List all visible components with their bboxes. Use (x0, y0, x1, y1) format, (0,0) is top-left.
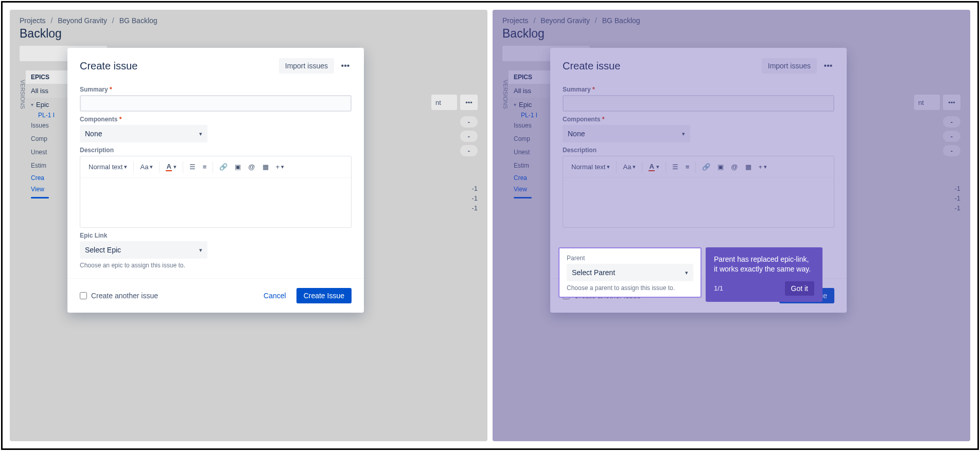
panel-before: Projects / Beyond Gravity / BG Backlog B… (10, 10, 487, 441)
strip-pill: - (943, 145, 960, 156)
epic-link-helper: Choose an epic to assign this issue to. (80, 262, 352, 269)
summary-label: Summary * (80, 86, 352, 93)
chevron-down-icon: ▾ (199, 247, 202, 254)
editor-toolbar: Normal text ▾ Aa▾ A▾ ☰ ≡ 🔗 ▣ @ ▦ + ▾ (80, 156, 351, 178)
table-icon[interactable]: ▦ (742, 161, 755, 173)
chevron-down-icon: ▾ (199, 131, 202, 137)
more-options-icon[interactable]: ••• (339, 60, 352, 72)
breadcrumb-project[interactable]: Beyond Gravity (540, 16, 590, 25)
right-strip: nt ••• - - - -1 -1 -1 (914, 95, 960, 214)
components-label: Components * (563, 116, 834, 123)
strip-id: -1 (431, 204, 478, 212)
text-color-button[interactable]: A▾ (645, 160, 662, 173)
strip-id: -1 (431, 185, 478, 192)
cancel-button[interactable]: Cancel (257, 288, 292, 303)
tooltip-step-count: 1/1 (714, 284, 723, 293)
dialog-title: Create issue (563, 60, 620, 72)
parent-field-spotlight: Parent Select Parent ▾ Choose a parent t… (558, 247, 702, 298)
strip-pill: - (460, 131, 478, 142)
strip-sprint-button[interactable]: nt (914, 95, 940, 110)
editor-textarea[interactable] (563, 178, 834, 227)
bullet-list-icon[interactable]: ☰ (186, 161, 199, 173)
description-editor: Normal text ▾ Aa▾ A▾ ☰ ≡ 🔗 ▣ @ ▦ + ▾ (80, 156, 352, 228)
table-icon[interactable]: ▦ (259, 161, 272, 173)
insert-more-icon[interactable]: + ▾ (756, 161, 771, 173)
description-label: Description (80, 147, 352, 154)
text-style-dropdown[interactable]: Normal text ▾ (568, 161, 613, 173)
summary-input[interactable] (80, 95, 352, 112)
epic-progress-bar (514, 197, 532, 198)
epic-link-select[interactable]: Select Epic ▾ (80, 241, 207, 259)
create-issue-button[interactable]: Create Issue (296, 288, 352, 303)
import-issues-button[interactable]: Import issues (762, 58, 817, 74)
components-select[interactable]: None ▾ (80, 125, 207, 142)
page-title: Backlog (20, 27, 478, 41)
breadcrumb-backlog[interactable]: BG Backlog (602, 16, 640, 25)
editor-textarea[interactable] (80, 178, 351, 227)
chevron-down-icon: ▾ (514, 102, 516, 107)
right-strip: nt ••• - - - -1 -1 -1 (431, 95, 478, 214)
parent-label: Parent (567, 255, 693, 262)
create-another-checkbox-input[interactable] (80, 292, 87, 299)
strip-more-button[interactable]: ••• (943, 95, 960, 110)
text-format-button[interactable]: Aa▾ (137, 161, 156, 173)
parent-helper: Choose a parent to assign this issue to. (567, 284, 693, 292)
bullet-list-icon[interactable]: ☰ (669, 161, 681, 173)
description-editor: Normal text ▾ Aa▾ A▾ ☰ ≡ 🔗 ▣ @ ▦ + ▾ (563, 156, 834, 228)
link-icon[interactable]: 🔗 (699, 161, 713, 173)
editor-toolbar: Normal text ▾ Aa▾ A▾ ☰ ≡ 🔗 ▣ @ ▦ + ▾ (563, 156, 834, 178)
versions-rail[interactable]: VERSIONS (502, 70, 509, 198)
versions-rail[interactable]: VERSIONS (20, 70, 26, 198)
image-icon[interactable]: ▣ (232, 161, 244, 173)
mention-icon[interactable]: @ (245, 161, 258, 173)
chevron-down-icon: ▾ (682, 131, 685, 137)
chevron-down-icon: ▾ (31, 102, 33, 107)
strip-id: -1 (914, 185, 960, 192)
components-select[interactable]: None ▾ (563, 125, 690, 142)
summary-label: Summary * (563, 86, 834, 93)
description-label: Description (563, 147, 834, 154)
breadcrumb-project[interactable]: Beyond Gravity (58, 16, 107, 25)
insert-more-icon[interactable]: + ▾ (273, 161, 288, 173)
breadcrumb-backlog[interactable]: BG Backlog (119, 16, 157, 25)
onboarding-tooltip: Parent has replaced epic-link, it works … (706, 247, 822, 302)
breadcrumb-projects[interactable]: Projects (20, 16, 46, 25)
numbered-list-icon[interactable]: ≡ (200, 161, 210, 173)
epic-progress-bar (31, 197, 49, 198)
components-label: Components * (80, 116, 352, 123)
strip-pill: - (943, 116, 960, 128)
strip-more-button[interactable]: ••• (460, 95, 478, 110)
breadcrumb-projects[interactable]: Projects (502, 16, 529, 25)
create-issue-dialog: Create issue Import issues ••• Summary *… (67, 48, 364, 313)
numbered-list-icon[interactable]: ≡ (682, 161, 693, 173)
text-color-button[interactable]: A▾ (163, 160, 179, 173)
strip-pill: - (460, 145, 478, 156)
dialog-title: Create issue (80, 60, 137, 72)
strip-pill: - (943, 131, 960, 142)
strip-id: -1 (431, 194, 478, 202)
more-options-icon[interactable]: ••• (822, 60, 834, 72)
summary-input[interactable] (563, 95, 834, 112)
mention-icon[interactable]: @ (728, 161, 741, 173)
text-style-dropdown[interactable]: Normal text ▾ (85, 161, 130, 173)
strip-sprint-button[interactable]: nt (431, 95, 457, 110)
breadcrumb: Projects / Beyond Gravity / BG Backlog (502, 16, 960, 25)
create-another-checkbox[interactable]: Create another issue (80, 292, 158, 300)
link-icon[interactable]: 🔗 (216, 161, 231, 173)
strip-id: -1 (914, 204, 960, 212)
epic-link-label: Epic Link (80, 232, 352, 239)
text-format-button[interactable]: Aa▾ (620, 161, 639, 173)
image-icon[interactable]: ▣ (714, 161, 727, 173)
strip-pill: - (460, 116, 478, 128)
breadcrumb: Projects / Beyond Gravity / BG Backlog (20, 16, 478, 25)
page-title: Backlog (502, 27, 960, 41)
panel-after: Projects / Beyond Gravity / BG Backlog B… (493, 10, 970, 441)
strip-id: -1 (914, 194, 960, 202)
chevron-down-icon: ▾ (685, 269, 688, 276)
import-issues-button[interactable]: Import issues (279, 58, 334, 74)
got-it-button[interactable]: Got it (785, 281, 814, 296)
tooltip-text: Parent has replaced epic-link, it works … (714, 255, 814, 274)
parent-select[interactable]: Select Parent ▾ (567, 264, 693, 281)
